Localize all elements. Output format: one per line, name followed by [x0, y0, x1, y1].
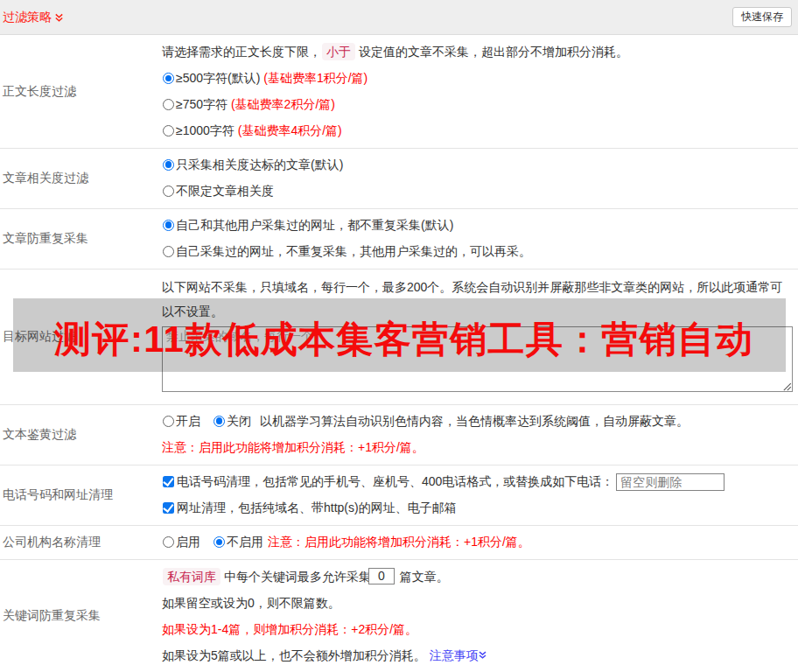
radio-checked-icon[interactable] [214, 416, 225, 427]
keyword-dedup-line3: 如果设为1-4篇，则增加积分消耗：+2积分/篇。 [162, 616, 793, 642]
row-keyword-dedup: 关键词防重复采集 私有词库 中每个关键词最多允许采集0 篇文章。 如果留空或设为… [0, 560, 798, 672]
page-title-text: 过滤策略 [3, 10, 52, 24]
radio-checked-icon[interactable] [163, 73, 174, 84]
phone-replace-input[interactable]: 留空则删除 [616, 473, 724, 491]
radio-icon[interactable] [163, 125, 174, 136]
length-option-750[interactable]: ≥750字符 (基础费率2积分/篇) [162, 91, 793, 117]
code-highlight: 小于 [322, 43, 355, 60]
fee-link[interactable]: (基础费率4积分/篇) [238, 123, 342, 137]
radio-icon[interactable] [163, 186, 174, 197]
row-phone-url-clean: 电话号码和网址清理 电话号码清理，包括常见的手机号、座机号、400电话格式，或替… [0, 466, 798, 526]
keyword-count-input[interactable]: 0 [368, 568, 395, 584]
watermark-overlay: 测评:11款低成本集客营销工具：营销自动 [13, 298, 786, 372]
relevance-option-strict[interactable]: 只采集相关度达标的文章(默认) [162, 151, 793, 178]
row-label: 公司机构名称清理 [3, 535, 156, 550]
keyword-dedup-line4: 如果设为5篇或以上，也不会额外增加积分消耗。 [162, 648, 426, 662]
relevance-option-any[interactable]: 不限定文章相关度 [162, 178, 793, 204]
row-relevance-filter: 文章相关度过滤 只采集相关度达标的文章(默认) 不限定文章相关度 [0, 149, 798, 209]
porn-option-off[interactable]: 关闭 [213, 414, 251, 428]
resize-handle-icon[interactable] [783, 382, 792, 391]
radio-checked-icon[interactable] [163, 220, 174, 231]
row-label: 关键词防重复采集 [3, 608, 156, 624]
watermark-text: 测评:11款低成本集客营销工具：营销自动 [13, 298, 786, 376]
row-dedup-collect: 文章防重复采集 自己和其他用户采集过的网址，都不重复采集(默认) 自己采集过的网… [0, 209, 798, 270]
company-clean-note: 注意：启用此功能将增加积分消耗：+1积分/篇。 [268, 535, 530, 549]
radio-checked-icon[interactable] [214, 536, 225, 548]
radio-icon[interactable] [163, 536, 174, 548]
row-length-filter: 正文长度过滤 请选择需求的正文长度下限，小于 设定值的文章不采集，超出部分不增加… [0, 35, 798, 149]
chevron-double-down-icon [55, 1, 63, 35]
length-filter-desc: 请选择需求的正文长度下限，小于 设定值的文章不采集，超出部分不增加积分消耗。 [162, 38, 793, 65]
page-title[interactable]: 过滤策略 [3, 0, 63, 35]
checkbox-checked-icon[interactable] [163, 502, 174, 514]
row-label: 文本鉴黄过滤 [3, 427, 156, 443]
company-option-on[interactable]: 启用 [162, 535, 200, 549]
row-porn-filter: 文本鉴黄过滤 开启关闭以机器学习算法自动识别色情内容，当色情概率达到系统阈值，自… [0, 405, 798, 466]
row-label: 电话号码和网址清理 [3, 487, 156, 503]
checkbox-checked-icon[interactable] [163, 476, 174, 487]
length-option-1000[interactable]: ≥1000字符 (基础费率4积分/篇) [162, 117, 793, 144]
keyword-dedup-line2: 如果留空或设为0，则不限篇数。 [162, 590, 793, 616]
length-option-500[interactable]: ≥500字符(默认) (基础费率1积分/篇) [162, 65, 793, 91]
porn-option-on[interactable]: 开启 [162, 414, 200, 428]
row-label: 文章相关度过滤 [3, 171, 156, 186]
chevron-double-down-icon [479, 642, 486, 668]
notice-link[interactable]: 注意事项 [430, 648, 486, 662]
dedup-option-all[interactable]: 自己和其他用户采集过的网址，都不重复采集(默认) [162, 212, 793, 238]
quick-save-button[interactable]: 快速保存 [732, 7, 792, 27]
row-label: 文章防重复采集 [3, 231, 156, 247]
phone-clean-option[interactable]: 电话号码清理，包括常见的手机号、座机号、400电话格式，或替换成如下电话：留空则… [162, 468, 793, 494]
fee-link[interactable]: (基础费率2积分/篇) [231, 97, 335, 111]
code-highlight: 私有词库 [163, 568, 220, 585]
radio-icon[interactable] [163, 416, 174, 427]
fee-link[interactable]: (基础费率1积分/篇) [263, 71, 368, 85]
radio-icon[interactable] [163, 99, 174, 110]
radio-checked-icon[interactable] [163, 159, 174, 171]
topbar: 过滤策略 快速保存 [0, 0, 798, 35]
porn-filter-desc: 以机器学习算法自动识别色情内容，当色情概率达到系统阈值，自动屏蔽文章。 [260, 414, 689, 428]
radio-icon[interactable] [163, 246, 174, 257]
porn-filter-note: 注意：启用此功能将增加积分消耗：+1积分/篇。 [162, 434, 793, 460]
company-option-off[interactable]: 不启用 [213, 535, 263, 549]
row-label: 正文长度过滤 [3, 84, 156, 100]
row-company-clean: 公司机构名称清理 启用不启用注意：启用此功能将增加积分消耗：+1积分/篇。 [0, 526, 798, 560]
url-clean-option[interactable]: 网址清理，包括纯域名、带http(s)的网址、电子邮箱 [162, 494, 793, 521]
dedup-option-own[interactable]: 自己采集过的网址，不重复采集，其他用户采集过的，可以再采。 [162, 238, 793, 264]
